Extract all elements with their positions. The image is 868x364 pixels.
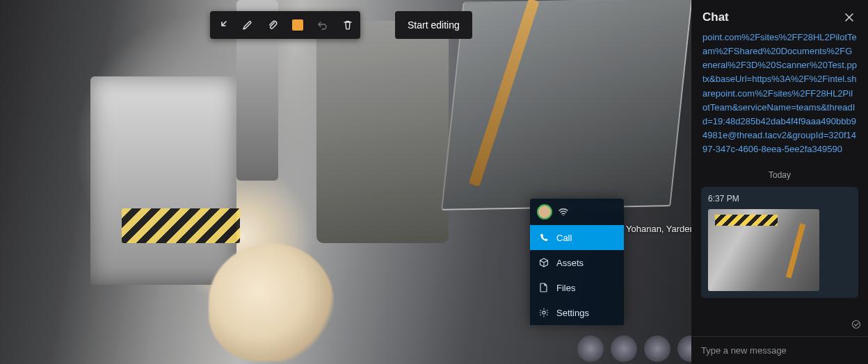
paperclip-icon: [267, 19, 278, 31]
message-image[interactable]: [708, 209, 819, 291]
ar-call-button[interactable]: Call: [530, 225, 624, 250]
ar-settings-label: Settings: [556, 308, 589, 318]
ar-files-label: Files: [556, 283, 575, 293]
chat-panel: Chat point.com%2Fsites%2FF28HL2PilotTeam…: [691, 0, 868, 364]
collapse-icon: [217, 19, 228, 31]
chat-header: Chat: [691, 0, 868, 31]
hazard-stripe: [122, 208, 240, 243]
chat-title: Chat: [702, 10, 729, 24]
ar-assets-button[interactable]: Assets: [530, 250, 624, 275]
phone-icon: [538, 232, 549, 243]
chat-input-placeholder: Type a new message: [701, 345, 787, 356]
color-swatch-icon: [292, 19, 303, 31]
pen-button[interactable]: [235, 11, 260, 39]
close-chat-button[interactable]: [842, 10, 857, 25]
app-screen: Start editing Call Assets Files Settings…: [0, 0, 868, 364]
start-editing-button[interactable]: Start editing: [395, 11, 472, 39]
collapse-button[interactable]: [210, 11, 235, 39]
ink-color-button[interactable]: [285, 11, 310, 39]
undo-button[interactable]: [310, 11, 335, 39]
thumbnail[interactable]: [577, 336, 604, 362]
start-editing-label: Start editing: [408, 19, 460, 31]
gear-icon: [538, 307, 549, 318]
close-icon: [844, 13, 854, 22]
undo-icon: [317, 19, 328, 31]
machinery-shape: [316, 21, 449, 243]
ar-files-button[interactable]: Files: [530, 275, 624, 300]
ar-panel-header: [530, 199, 624, 225]
chat-messages[interactable]: point.com%2Fsites%2FF28HL2PilotTeam%2FSh…: [691, 31, 868, 336]
gloved-hand: [209, 243, 334, 361]
chat-message[interactable]: 6:37 PM: [701, 187, 858, 298]
pen-icon: [242, 19, 253, 31]
read-receipt-icon: [851, 320, 861, 329]
thumbnail[interactable]: [611, 336, 637, 362]
link-message[interactable]: point.com%2Fsites%2FF28HL2PilotTeam%2FSh…: [698, 31, 861, 163]
message-timestamp: 6:37 PM: [708, 194, 851, 204]
machinery-shape: [90, 76, 236, 285]
files-icon: [538, 282, 549, 293]
ar-assets-label: Assets: [556, 258, 584, 268]
ar-contact-panel: Call Assets Files Settings: [530, 199, 624, 325]
day-separator: Today: [698, 170, 861, 180]
svg-point-1: [853, 321, 860, 329]
cube-icon: [538, 257, 549, 268]
svg-point-0: [542, 311, 545, 314]
ar-settings-button[interactable]: Settings: [530, 300, 624, 325]
signal-icon: [558, 206, 569, 217]
trash-icon: [342, 19, 353, 31]
contact-name: Yohanan, Yarden: [626, 224, 695, 234]
attach-button[interactable]: [260, 11, 285, 39]
drawing-toolbar: [210, 11, 360, 39]
ar-call-label: Call: [556, 233, 572, 243]
thumbnail[interactable]: [644, 336, 670, 362]
avatar[interactable]: [537, 204, 552, 220]
delete-button[interactable]: [335, 11, 360, 39]
chat-input[interactable]: Type a new message: [691, 336, 868, 364]
thumbnail-strip: [577, 336, 704, 362]
